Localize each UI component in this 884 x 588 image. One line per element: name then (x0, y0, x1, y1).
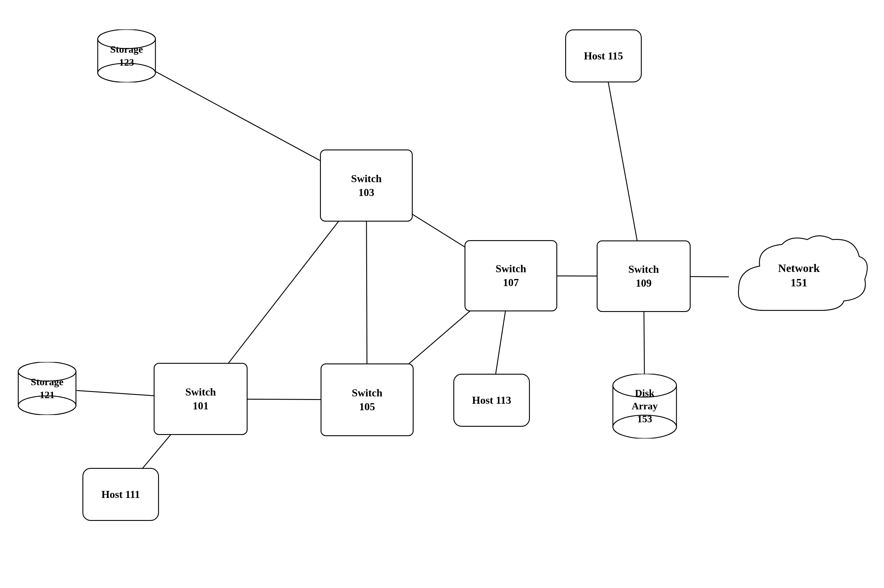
switch109-label: Switch 109 (628, 262, 659, 290)
storage121-label: Storage 121 (31, 375, 63, 401)
diskarray153-node: Disk Array 153 (612, 374, 677, 438)
host115-node: Host 115 (565, 29, 642, 82)
storage121-node: Storage 121 (18, 362, 77, 415)
network151-label: Network 151 (778, 261, 819, 290)
switch105-label: Switch 105 (352, 386, 383, 414)
switch105-node: Switch 105 (321, 363, 414, 436)
storage123-node: Storage 123 (97, 29, 156, 82)
host115-label: Host 115 (584, 49, 623, 63)
switch107-label: Switch 107 (495, 262, 526, 290)
switch107-node: Switch 107 (465, 240, 557, 311)
network151-node: Network 151 (729, 230, 869, 325)
storage123-label: Storage 123 (110, 43, 143, 69)
host113-label: Host 113 (472, 393, 511, 407)
host113-node: Host 113 (453, 374, 530, 427)
host111-label: Host 111 (101, 488, 140, 501)
switch109-node: Switch 109 (597, 240, 690, 312)
host111-node: Host 111 (83, 468, 159, 521)
network-diagram: Switch 103Switch 101Switch 105Switch 107… (0, 0, 884, 588)
switch103-label: Switch 103 (351, 172, 381, 200)
switch101-label: Switch 101 (185, 385, 216, 413)
diskarray153-label: Disk Array 153 (632, 387, 658, 426)
switch101-node: Switch 101 (154, 363, 248, 435)
switch103-node: Switch 103 (320, 150, 413, 222)
